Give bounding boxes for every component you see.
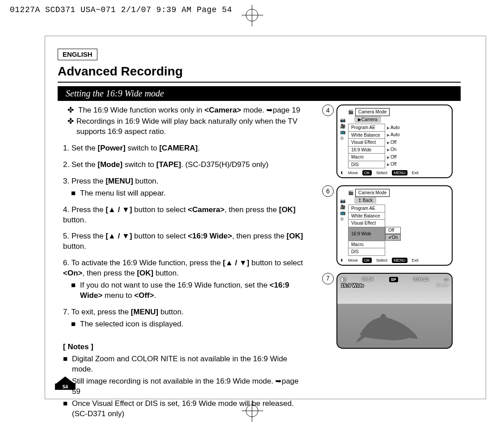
back-arrow-icon: ↥	[358, 198, 363, 203]
menu-subtitle: ↥ Back	[354, 197, 376, 204]
square-bullet-icon: ■	[71, 280, 76, 301]
preview-screen: ▮▯ STBY SP 0:00:10 ▭ 16:9 Wide 60min	[336, 273, 453, 349]
step-6: 6. To activate the 16:9 Wide function, p…	[63, 258, 309, 279]
menu-footer: ⬍Move OKSelect MENUExit	[340, 170, 448, 175]
sp-pill: SP	[389, 277, 398, 282]
menu-category-icons: 📷🎥📺⚙	[340, 117, 345, 141]
menu-subtitle: ▶Camera	[354, 116, 381, 123]
page-title: Advanced Recording	[58, 63, 461, 83]
figure-number-badge: 7	[322, 273, 334, 284]
camcorder-icon: 🎬	[348, 109, 353, 115]
square-bullet-icon: ■	[71, 188, 76, 199]
menu-category-icons: 📷🎥📺⚙	[340, 198, 345, 222]
remaining-time: 60min	[436, 282, 448, 289]
step-5: 5. Press the [▲ / ▼] button to select <1…	[63, 231, 309, 252]
menu-footer: ⬍Move OKSelect MENUExit	[340, 258, 448, 263]
camcorder-icon: 🎬	[348, 190, 353, 196]
page-number-badge: 54	[55, 376, 76, 390]
figure-number-badge: 6	[322, 185, 334, 197]
battery-icon: ▮▯	[341, 276, 346, 283]
wide-indicator: 16:9 Wide	[341, 282, 364, 289]
main-text-column: ✤ The 16:9 Wide function works only in <…	[58, 104, 309, 419]
note-item: Digital Zoom and COLOR NITE is not avail…	[72, 354, 309, 375]
camera-menu-panel: 📷🎥📺⚙ 🎬Camera Mode ↥ Back Program AE Whit…	[336, 185, 453, 266]
menu-pill: MENU	[392, 170, 407, 175]
step-1: 1. Set the [Power] switch to [CAMERA].	[63, 143, 309, 154]
substep-text: The menu list will appear.	[80, 188, 166, 199]
dolphin-illustration	[355, 308, 422, 343]
stby-label: STBY	[361, 276, 374, 283]
page-number: 54	[55, 384, 76, 390]
ok-pill: OK	[362, 170, 372, 175]
camera-menu-panel: 📷🎥📺⚙ 🎬Camera Mode ▶Camera Program AEAuto…	[336, 104, 453, 178]
square-bullet-icon: ■	[63, 354, 68, 375]
step-3: 3. Press the [MENU] button.	[63, 176, 309, 187]
note-item: Once Visual Effect or DIS is set, 16:9 W…	[72, 399, 309, 419]
square-bullet-icon: ■	[63, 399, 68, 419]
diamond-bullet-icon: ✤	[67, 105, 76, 116]
figure-column: 4 📷🎥📺⚙ 🎬Camera Mode ▶Camera Program AEAu…	[322, 104, 461, 419]
step-2: 2. Set the [Mode] switch to [TAPE]. (SC-…	[63, 160, 309, 170]
menu-items-table: Program AEAuto White BalanceAuto Visual …	[348, 124, 402, 168]
figure-number-badge: 4	[322, 104, 334, 116]
menu-title: Camera Mode	[355, 108, 390, 116]
square-bullet-icon: ■	[71, 319, 76, 330]
menu-title: Camera Mode	[355, 189, 390, 197]
notes-heading: [ Notes ]	[63, 342, 309, 352]
note-item: Still image recording is not available i…	[72, 376, 309, 397]
section-heading: Setting the 16:9 Wide mode	[58, 86, 461, 101]
updown-icon: ⬍	[340, 170, 344, 175]
ok-pill: OK	[362, 258, 372, 263]
option-off: Off	[385, 227, 401, 234]
tape-icon: ▭	[444, 276, 448, 283]
step-7: 7. To exit, press the [MENU] button.	[63, 307, 309, 317]
substep-text: The selected icon is displayed.	[80, 319, 184, 330]
intro-line: Recordings in 16:9 Wide will play back n…	[76, 117, 309, 137]
language-badge: ENGLISH	[58, 49, 97, 60]
registration-mark-icon	[246, 9, 258, 21]
menu-items-table: Program AE White Balance Visual Effect 1…	[348, 205, 401, 256]
option-on: ✔On	[385, 234, 401, 241]
timecode: 0:00:10	[413, 276, 428, 283]
print-job-header: 01227A SCD371 USA~071 2/1/07 9:39 AM Pag…	[10, 4, 232, 15]
page-frame: ENGLISH Advanced Recording Setting the 1…	[45, 36, 486, 399]
updown-icon: ⬍	[340, 258, 344, 263]
menu-pill: MENU	[392, 258, 407, 263]
step-4: 4. Press the [▲ / ▼] button to select <C…	[63, 205, 309, 226]
substep-text: If you do not want to use the 16:9 Wide …	[80, 280, 309, 301]
diamond-bullet-icon: ✤	[67, 117, 74, 137]
intro-line: The 16:9 Wide function works only in <Ca…	[78, 105, 300, 116]
